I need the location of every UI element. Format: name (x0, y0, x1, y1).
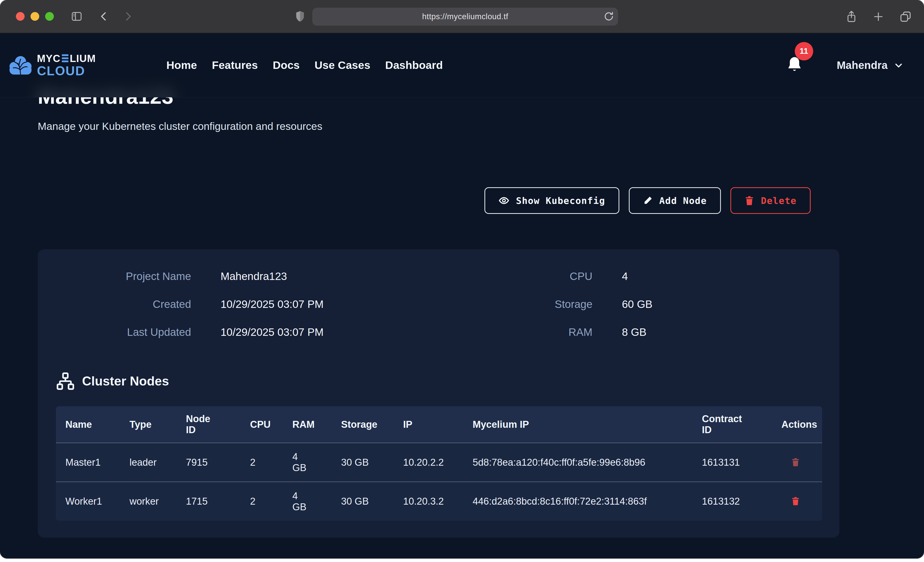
notification-badge: 11 (795, 42, 813, 60)
privacy-shield-icon[interactable] (295, 10, 305, 23)
zoom-window-button[interactable] (45, 12, 54, 21)
nav-link-features[interactable]: Features (212, 59, 258, 72)
nav-links: Home Features Docs Use Cases Dashboard (166, 59, 443, 72)
chevron-down-icon (893, 60, 904, 71)
info-storage: Storage 60 GB (439, 298, 822, 311)
share-icon[interactable] (846, 10, 857, 23)
cell-ip: 10.20.3.2 (394, 482, 463, 521)
info-project-name: Project Name Mahendra123 (56, 270, 439, 282)
cell-mycelium-ip: 446:d2a6:8bcd:8c16:ff0f:72e2:3114:863f (463, 482, 692, 521)
notifications-button[interactable]: 11 (786, 55, 804, 75)
cell-ram: 4 GB (283, 443, 332, 482)
cell-name: Master1 (56, 443, 120, 482)
nav-link-docs[interactable]: Docs (273, 59, 300, 72)
sidebar-toggle-icon[interactable] (71, 10, 82, 22)
main-content: Mahendra123 Manage your Kubernetes clust… (0, 33, 924, 538)
cell-storage: 30 GB (332, 443, 394, 482)
cluster-info: Project Name Mahendra123 Created 10/29/2… (56, 270, 822, 338)
chrome-right-buttons (846, 0, 912, 33)
forward-icon[interactable] (123, 11, 134, 22)
cell-actions (772, 482, 822, 521)
url-bar[interactable]: https://myceliumcloud.tf (312, 8, 618, 25)
nav-right: 11 Mahendra (786, 55, 904, 75)
cell-cpu: 2 (240, 482, 283, 521)
cell-actions (772, 443, 822, 482)
delete-node-icon[interactable] (791, 496, 800, 507)
mycelium-cloud-logo-icon (8, 54, 33, 76)
site-navbar: MYC LIUM CLOUD Home Features Docs Use Ca… (0, 33, 924, 97)
col-name: Name (56, 406, 120, 443)
brand-e-bars-icon (62, 54, 69, 62)
col-mycelium-ip: Mycelium IP (463, 406, 692, 443)
cell-node-id: 1715 (177, 482, 240, 521)
user-menu[interactable]: Mahendra (837, 59, 904, 72)
col-contract-id: Contract ID (692, 406, 772, 443)
user-name: Mahendra (837, 59, 888, 72)
webpage: Mahendra123 Manage your Kubernetes clust… (0, 33, 924, 558)
cell-node-id: 7915 (177, 443, 240, 482)
show-kubeconfig-button[interactable]: Show Kubeconfig (484, 187, 620, 214)
col-actions: Actions (772, 406, 822, 443)
page-subtitle: Manage your Kubernetes cluster configura… (38, 120, 839, 132)
cluster-actions: Show Kubeconfig Add Node Delete (38, 187, 839, 214)
col-ram: RAM (283, 406, 332, 443)
col-node-id: Node ID (177, 406, 240, 443)
table-header-row: Name Type Node ID CPU RAM Storage IP Myc… (56, 406, 822, 443)
add-node-label: Add Node (659, 196, 707, 206)
pencil-icon (643, 196, 652, 205)
cluster-details-card: Project Name Mahendra123 Created 10/29/2… (38, 249, 839, 538)
back-icon[interactable] (99, 11, 109, 22)
col-cpu: CPU (240, 406, 283, 443)
delete-cluster-button[interactable]: Delete (730, 187, 811, 214)
table-row: Master1 leader 7915 2 4 GB 30 GB 10.20.2… (56, 443, 822, 482)
info-created: Created 10/29/2025 03:07 PM (56, 298, 439, 311)
cell-cpu: 2 (240, 443, 283, 482)
cell-name: Worker1 (56, 482, 120, 521)
trash-icon (744, 196, 754, 206)
info-ram: RAM 8 GB (439, 326, 822, 338)
col-storage: Storage (332, 406, 394, 443)
cluster-nodes-title: Cluster Nodes (82, 374, 169, 389)
cluster-nodes-header: Cluster Nodes (56, 372, 822, 391)
col-ip: IP (394, 406, 463, 443)
browser-chrome: https://myceliumcloud.tf (0, 0, 924, 33)
nav-link-dashboard[interactable]: Dashboard (385, 59, 443, 72)
cell-mycelium-ip: 5d8:78ea:a120:f40c:ff0f:a5fe:99e6:8b96 (463, 443, 692, 482)
tab-overview-icon[interactable] (899, 10, 912, 23)
cell-storage: 30 GB (332, 482, 394, 521)
col-type: Type (120, 406, 177, 443)
add-node-button[interactable]: Add Node (629, 187, 721, 214)
eye-icon (498, 195, 509, 206)
cell-type: worker (120, 482, 177, 521)
cell-ip: 10.20.2.2 (394, 443, 463, 482)
network-nodes-icon (56, 372, 75, 391)
browser-window: https://myceliumcloud.tf (0, 0, 924, 558)
address-area: https://myceliumcloud.tf (295, 8, 618, 25)
close-window-button[interactable] (16, 12, 25, 21)
refresh-icon[interactable] (604, 11, 614, 21)
nav-link-use-cases[interactable]: Use Cases (315, 59, 370, 72)
new-tab-icon[interactable] (873, 11, 884, 22)
brand-logo[interactable]: MYC LIUM CLOUD (8, 53, 96, 77)
cell-contract-id: 1613131 (692, 443, 772, 482)
delete-label: Delete (761, 196, 796, 206)
url-text: https://myceliumcloud.tf (422, 12, 508, 21)
cell-type: leader (120, 443, 177, 482)
window-controls (16, 12, 54, 21)
brand-text: MYC LIUM CLOUD (37, 53, 96, 77)
minimize-window-button[interactable] (30, 12, 39, 21)
table-row: Worker1 worker 1715 2 4 GB 30 GB 10.20.3… (56, 482, 822, 521)
delete-node-icon[interactable] (791, 457, 800, 468)
info-cpu: CPU 4 (439, 270, 822, 282)
nav-link-home[interactable]: Home (166, 59, 197, 72)
cell-contract-id: 1613132 (692, 482, 772, 521)
info-last-updated: Last Updated 10/29/2025 03:07 PM (56, 326, 439, 338)
show-kubeconfig-label: Show Kubeconfig (516, 196, 605, 206)
nodes-table: Name Type Node ID CPU RAM Storage IP Myc… (56, 406, 822, 521)
cell-ram: 4 GB (283, 482, 332, 521)
